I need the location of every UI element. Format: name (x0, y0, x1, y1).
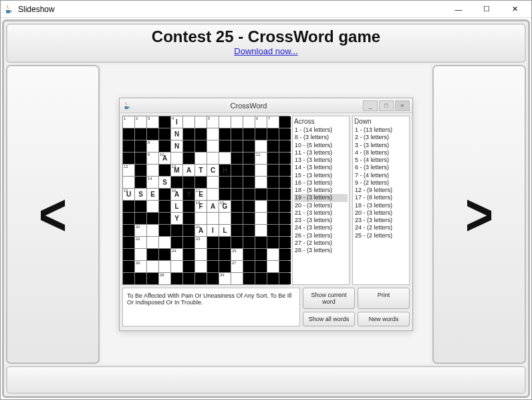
clue-row[interactable]: 20 - (3 letters) (354, 209, 408, 217)
grid-cell[interactable] (195, 261, 207, 272)
clue-row[interactable]: 23 - (3 letters) (354, 217, 408, 224)
clue-row[interactable]: 14 - (3 letters) (294, 164, 348, 171)
grid-cell[interactable]: 13M (171, 165, 182, 176)
grid-cell[interactable]: 27 (231, 261, 243, 272)
download-link[interactable]: Download now... (234, 46, 297, 56)
grid-cell[interactable] (147, 261, 158, 272)
clue-row[interactable]: 18 - (3 letters) (354, 202, 408, 209)
grid-cell[interactable]: N (171, 140, 182, 152)
prev-button[interactable]: < (6, 65, 100, 364)
clue-row[interactable]: 10 - (5 letters) (294, 142, 348, 149)
across-list[interactable]: Across 1 - (14 letters)8 - (3 letters)10… (292, 116, 350, 285)
grid-cell[interactable]: 8 (147, 140, 158, 152)
grid-cell[interactable] (195, 116, 207, 128)
grid-cell[interactable] (231, 116, 243, 128)
grid-cell[interactable]: 11 (255, 153, 267, 164)
clue-row[interactable]: 24 - (3 letters) (294, 224, 348, 231)
clue-row[interactable]: 23 - (3 letters) (294, 217, 348, 224)
grid-cell[interactable]: 4I (171, 116, 182, 128)
grid-cell[interactable]: T (195, 165, 207, 176)
grid-cell[interactable]: 7 (267, 116, 279, 128)
grid-cell[interactable]: 10A (159, 153, 170, 164)
grid-cell[interactable] (183, 116, 194, 128)
grid-cell[interactable] (171, 261, 182, 272)
clue-row[interactable]: 1 - (14 letters) (294, 126, 348, 134)
clue-row[interactable]: 7 - (4 letters) (354, 172, 408, 179)
clue-row[interactable]: 4 - (8 letters) (354, 149, 408, 157)
grid-cell[interactable] (123, 177, 134, 188)
clue-row[interactable]: 18 - (5 letters) (294, 187, 348, 194)
inner-maximize-button[interactable]: □ (379, 100, 394, 111)
clue-row[interactable]: 25 - (2 letters) (354, 232, 408, 239)
grid-cell[interactable] (219, 153, 231, 164)
grid-cell[interactable]: Y (171, 213, 182, 224)
clue-row[interactable]: 13 - (3 letters) (294, 157, 348, 164)
grid-cell[interactable]: 19G (219, 201, 231, 212)
grid-cell[interactable]: L (219, 225, 231, 236)
grid-cell[interactable] (255, 140, 267, 152)
clue-row[interactable]: 1 - (13 letters) (354, 126, 408, 134)
grid-cell[interactable] (255, 201, 267, 212)
clue-row[interactable]: 5 - (4 letters) (354, 157, 408, 164)
grid-cell[interactable] (207, 128, 219, 140)
grid-cell[interactable]: 22 (135, 237, 146, 248)
grid-cell[interactable]: 20 (135, 225, 146, 236)
clue-row[interactable]: 28 - (3 letters) (294, 247, 348, 254)
grid-cell[interactable]: A (183, 165, 194, 176)
maximize-button[interactable]: ☐ (473, 2, 501, 17)
grid-cell[interactable] (135, 249, 146, 260)
grid-cell[interactable]: 15U (123, 189, 134, 200)
clue-row[interactable]: 15 - (3 letters) (294, 172, 348, 179)
grid-cell[interactable] (267, 249, 279, 260)
grid-cell[interactable]: 12 (123, 165, 134, 176)
grid-cell[interactable]: E (147, 189, 158, 200)
clue-row[interactable]: 17 - (8 letters) (354, 194, 408, 201)
grid-cell[interactable] (195, 153, 207, 164)
grid-cell[interactable] (255, 213, 267, 224)
grid-cell[interactable] (219, 116, 231, 128)
grid-cell[interactable] (207, 177, 219, 188)
grid-cell[interactable]: 24 (171, 249, 182, 260)
grid-cell[interactable]: 29 (219, 273, 231, 284)
grid-cell[interactable] (147, 225, 158, 236)
show-all-words-button[interactable]: Show all words (303, 312, 355, 326)
grid-cell[interactable] (255, 177, 267, 188)
grid-cell[interactable]: S (159, 177, 170, 188)
grid-cell[interactable]: 14 (147, 177, 158, 188)
grid-cell[interactable] (207, 153, 219, 164)
grid-cell[interactable] (171, 153, 182, 164)
grid-cell[interactable]: 23 (195, 237, 207, 248)
grid-cell[interactable] (195, 213, 207, 224)
grid-cell[interactable] (147, 165, 158, 176)
next-button[interactable]: > (432, 65, 526, 364)
grid-cell[interactable] (147, 237, 158, 248)
grid-cell[interactable]: 25 (231, 249, 243, 260)
grid-cell[interactable]: 2 (135, 116, 146, 128)
grid-cell[interactable]: 9 (147, 153, 158, 164)
clue-row[interactable]: 27 - (2 letters) (294, 239, 348, 247)
clue-row[interactable]: 19 - (3 letters) (294, 194, 348, 201)
grid-cell[interactable] (255, 165, 267, 176)
grid-cell[interactable]: 26 (135, 261, 146, 272)
clue-row[interactable]: 24 - (2 letters) (354, 224, 408, 231)
grid-cell[interactable] (219, 213, 231, 224)
inner-minimize-button[interactable]: _ (363, 100, 378, 111)
clue-row[interactable]: 11 - (3 letters) (294, 149, 348, 157)
grid-cell[interactable]: L (171, 201, 182, 212)
clue-row[interactable]: 20 - (3 letters) (294, 202, 348, 209)
grid-cell[interactable] (147, 201, 158, 212)
grid-cell[interactable]: A (207, 201, 219, 212)
grid-cell[interactable]: 21A (195, 225, 207, 236)
grid-cell[interactable]: S (135, 189, 146, 200)
grid-cell[interactable]: 18F (195, 201, 207, 212)
grid-cell[interactable] (255, 225, 267, 236)
clue-row[interactable]: 9 - (2 letters) (354, 179, 408, 187)
grid-cell[interactable] (231, 273, 243, 284)
clue-row[interactable]: 8 - (3 letters) (294, 134, 348, 141)
clue-row[interactable]: 26 - (3 letters) (294, 232, 348, 239)
grid-cell[interactable] (267, 261, 279, 272)
grid-cell[interactable]: I (207, 225, 219, 236)
grid-cell[interactable] (207, 213, 219, 224)
grid-cell[interactable]: C (207, 165, 219, 176)
clue-row[interactable]: 16 - (3 letters) (294, 179, 348, 187)
